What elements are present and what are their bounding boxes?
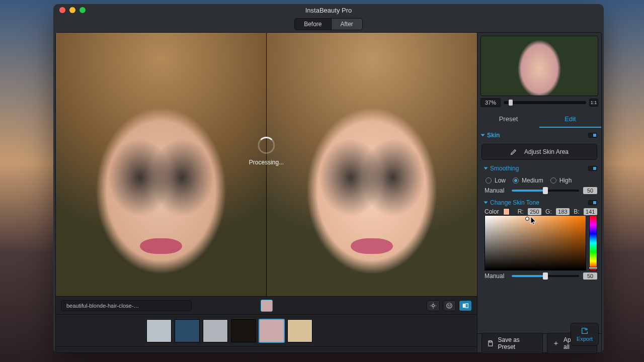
chevron-down-icon xyxy=(481,134,485,137)
spinner-icon xyxy=(258,137,275,154)
after-button[interactable]: After xyxy=(332,18,363,30)
radio-medium-label: Medium xyxy=(522,177,543,184)
save-preset-label: Save as Preset xyxy=(498,336,537,350)
color-label: Color xyxy=(485,208,499,215)
b-value[interactable]: 141 xyxy=(584,208,597,215)
radio-low[interactable]: Low xyxy=(486,177,506,184)
tab-edit[interactable]: Edit xyxy=(539,111,601,128)
color-picker xyxy=(485,215,597,270)
radio-medium[interactable]: Medium xyxy=(513,177,543,184)
compare-toggle: Before After xyxy=(53,16,604,32)
thumb-2[interactable] xyxy=(203,319,228,342)
thumb-4[interactable] xyxy=(259,319,284,342)
thumb-0[interactable] xyxy=(146,319,172,342)
svg-rect-5 xyxy=(466,303,468,307)
adjust-skin-area-label: Adjust Skin Area xyxy=(524,148,569,155)
smoothing-toggle[interactable] xyxy=(588,166,597,171)
after-image xyxy=(267,33,477,296)
adjust-skin-area-button[interactable]: Adjust Skin Area xyxy=(481,144,597,160)
export-icon xyxy=(580,327,589,335)
face-icon xyxy=(446,302,453,309)
tab-preset[interactable]: Preset xyxy=(477,111,539,128)
thumb-3[interactable] xyxy=(231,319,256,342)
b-label: B: xyxy=(574,208,579,215)
svg-point-2 xyxy=(448,305,449,305)
r-label: R: xyxy=(518,208,524,215)
auto-enhance-button[interactable] xyxy=(427,300,440,311)
thumb-1[interactable] xyxy=(175,319,200,342)
chevron-down-icon xyxy=(484,202,488,204)
skin-toggle[interactable] xyxy=(588,133,597,138)
thumb-5[interactable] xyxy=(287,319,312,342)
main-panel: Processing... beautiful-blonde-hair-clos… xyxy=(55,32,477,353)
app-window: InstaBeauty Pro Before After Processing.… xyxy=(53,4,604,353)
sv-plane[interactable] xyxy=(485,215,586,270)
export-label: Export xyxy=(577,336,593,342)
smoothing-radios: Low Medium High xyxy=(485,174,597,187)
split-icon xyxy=(462,302,469,309)
color-swatch[interactable] xyxy=(503,208,510,215)
before-image xyxy=(56,33,267,296)
side-panel: 37% 1:1 Preset Edit Skin Adjust Skin Are… xyxy=(477,32,602,353)
svg-rect-6 xyxy=(490,340,492,342)
hue-knob-icon xyxy=(589,267,598,269)
zoom-slider[interactable] xyxy=(504,101,586,104)
radio-high-label: High xyxy=(559,177,572,184)
skintone-manual-slider[interactable] xyxy=(512,275,579,277)
svg-point-0 xyxy=(432,304,435,307)
section-skin-header[interactable]: Skin xyxy=(481,130,597,141)
sv-cursor-icon xyxy=(525,217,529,221)
filmstrip[interactable] xyxy=(56,314,477,346)
skintone-manual-label: Manual xyxy=(485,273,508,280)
save-preset-button[interactable]: Save as Preset xyxy=(481,333,543,354)
info-row: beautiful-blonde-hair-close-… xyxy=(56,296,477,314)
processing-overlay: Processing... xyxy=(249,137,284,166)
split-view-button[interactable] xyxy=(459,300,472,311)
navigator: 37% 1:1 xyxy=(477,33,601,107)
svg-point-1 xyxy=(447,303,452,308)
smoothing-manual-row: Manual 50 xyxy=(485,187,597,194)
app-title: InstaBeauty Pro xyxy=(53,7,604,14)
before-button[interactable]: Before xyxy=(294,18,331,30)
chevron-down-icon xyxy=(484,167,488,170)
svg-point-3 xyxy=(450,305,450,305)
svg-rect-4 xyxy=(463,303,465,307)
zoom-reset-button[interactable]: 1:1 xyxy=(589,99,598,107)
radio-high[interactable]: High xyxy=(550,177,572,184)
export-button[interactable]: Export xyxy=(571,323,599,346)
section-smoothing-title: Smoothing xyxy=(490,165,519,172)
navigator-image[interactable] xyxy=(480,36,598,96)
g-value[interactable]: 183 xyxy=(556,208,570,215)
processing-label: Processing... xyxy=(249,159,284,166)
radio-low-label: Low xyxy=(495,177,506,184)
section-smoothing-header[interactable]: Smoothing xyxy=(485,163,597,174)
brush-icon xyxy=(510,148,517,155)
save-icon xyxy=(487,340,494,347)
plus-icon: ＋ xyxy=(552,339,559,348)
smoothing-manual-slider[interactable] xyxy=(512,190,579,192)
hue-slider[interactable] xyxy=(589,215,597,270)
section-skintone-header[interactable]: Change Skin Tone xyxy=(485,197,597,208)
skintone-toggle[interactable] xyxy=(588,200,597,205)
filmstrip-scrollbar[interactable] xyxy=(56,346,477,352)
skintone-manual-row: Manual 50 xyxy=(485,273,597,280)
edit-panel: Skin Adjust Skin Area Smoothing Low xyxy=(477,128,601,333)
compare-view[interactable]: Processing... xyxy=(56,33,477,296)
titlebar: InstaBeauty Pro xyxy=(53,4,604,16)
smoothing-manual-value[interactable]: 50 xyxy=(583,187,597,194)
color-row: Color R: 250 G: 183 B: 141 xyxy=(485,208,597,215)
section-skintone-title: Change Skin Tone xyxy=(490,199,539,206)
section-skin-title: Skin xyxy=(487,132,500,139)
face-detect-button[interactable] xyxy=(443,300,456,311)
zoom-percent[interactable]: 37% xyxy=(480,98,501,107)
panel-tabs: Preset Edit xyxy=(477,111,601,128)
g-label: G: xyxy=(545,208,552,215)
skintone-manual-value[interactable]: 50 xyxy=(583,273,597,280)
smoothing-manual-label: Manual xyxy=(485,187,508,194)
r-value[interactable]: 250 xyxy=(528,208,541,215)
filename-field[interactable]: beautiful-blonde-hair-close-… xyxy=(61,300,192,311)
sparkle-icon xyxy=(430,302,437,309)
current-thumb[interactable] xyxy=(261,300,273,312)
